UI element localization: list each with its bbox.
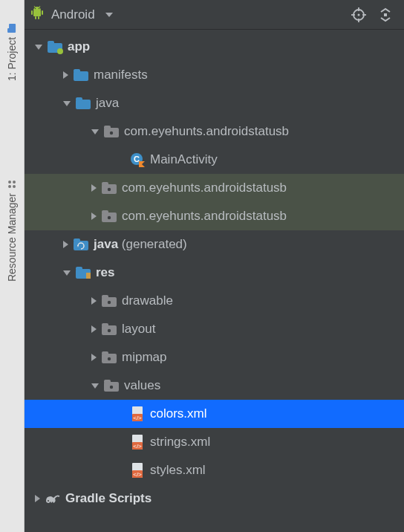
- svg-rect-9: [35, 16, 36, 19]
- project-tree[interactable]: app manifests java com.eyehunts.androids…: [25, 30, 404, 513]
- node-label: app: [68, 39, 90, 54]
- tree-node-values[interactable]: values: [25, 372, 404, 400]
- package-icon: [101, 180, 117, 196]
- folder-icon: [75, 95, 91, 111]
- tree-node-java-generated[interactable]: java (generated): [25, 230, 404, 259]
- chevron-right-icon[interactable]: [91, 354, 97, 361]
- tree-node-package-androidtest[interactable]: com.eyehunts.androidstatusb: [25, 174, 404, 202]
- svg-point-59: [110, 386, 113, 389]
- tree-node-manifests[interactable]: manifests: [25, 61, 404, 89]
- chevron-right-icon[interactable]: [91, 297, 97, 305]
- tree-node-styles-xml[interactable]: </> styles.xml: [25, 456, 404, 484]
- svg-text:</>: </>: [133, 471, 142, 478]
- xml-file-icon: </>: [129, 462, 146, 479]
- svg-rect-21: [384, 13, 387, 16]
- tree-node-drawable[interactable]: drawable: [25, 287, 404, 315]
- tree-node-mipmap[interactable]: mipmap: [25, 343, 404, 372]
- svg-rect-1: [8, 28, 10, 33]
- node-label: java (generated): [94, 237, 187, 252]
- node-label: Gradle Scripts: [65, 491, 152, 506]
- svg-line-11: [34, 6, 36, 7]
- svg-rect-30: [104, 126, 111, 129]
- node-label: colors.xml: [150, 406, 207, 421]
- chevron-down-icon[interactable]: [105, 13, 113, 17]
- svg-point-13: [35, 8, 36, 9]
- tree-node-layout[interactable]: layout: [25, 315, 404, 343]
- chevron-down-icon[interactable]: [91, 383, 99, 389]
- node-label: java: [96, 96, 119, 111]
- view-selector-label[interactable]: Android: [51, 7, 95, 22]
- svg-point-4: [13, 185, 16, 188]
- package-icon: [103, 377, 120, 394]
- svg-point-3: [9, 181, 12, 184]
- collapse-all-icon[interactable]: [377, 7, 394, 23]
- svg-rect-39: [102, 210, 108, 214]
- chevron-right-icon[interactable]: [63, 241, 68, 248]
- package-icon: [101, 321, 117, 337]
- package-icon: [101, 349, 117, 366]
- android-icon: [30, 5, 44, 24]
- svg-rect-28: [76, 97, 82, 101]
- svg-point-40: [108, 216, 111, 219]
- tab-resource-manager[interactable]: Resource Manager: [0, 141, 25, 319]
- package-icon: [103, 123, 120, 140]
- node-label: styles.xml: [150, 463, 206, 478]
- kotlin-class-icon: C: [129, 152, 146, 168]
- node-label: MainActivity: [150, 152, 218, 167]
- svg-rect-8: [42, 10, 43, 15]
- node-label: com.eyehunts.androidstatusb: [122, 181, 287, 195]
- svg-rect-47: [83, 273, 86, 279]
- chevron-down-icon[interactable]: [91, 129, 99, 134]
- svg-rect-42: [74, 239, 80, 242]
- node-label: strings.xml: [150, 435, 210, 450]
- svg-rect-6: [33, 10, 41, 16]
- tree-node-main-activity[interactable]: C MainActivity: [25, 146, 404, 174]
- module-folder-icon: [47, 39, 63, 55]
- project-header: Android: [25, 0, 404, 30]
- target-icon[interactable]: [351, 7, 367, 23]
- svg-point-14: [39, 8, 39, 9]
- package-icon: [101, 208, 117, 224]
- tree-node-colors-xml[interactable]: </> colors.xml: [25, 400, 404, 428]
- folder-icon: [73, 67, 89, 83]
- node-label: drawable: [122, 293, 173, 308]
- svg-point-37: [108, 188, 111, 191]
- chevron-down-icon[interactable]: [63, 270, 71, 276]
- tree-node-package-main[interactable]: com.eyehunts.androidstatusb: [25, 117, 404, 146]
- tool-window-tab-strip: 1: Project Resource Manager: [0, 0, 25, 532]
- package-icon: [101, 293, 117, 309]
- svg-text:</>: </>: [133, 415, 142, 421]
- chevron-right-icon[interactable]: [63, 71, 68, 79]
- chevron-right-icon[interactable]: [91, 213, 97, 220]
- tree-node-strings-xml[interactable]: </> strings.xml: [25, 428, 404, 456]
- node-label: com.eyehunts.androidstatusb: [122, 209, 287, 224]
- svg-rect-58: [104, 380, 111, 383]
- tree-node-app[interactable]: app: [25, 33, 404, 61]
- tree-node-java[interactable]: java: [25, 89, 404, 117]
- svg-point-24: [57, 48, 63, 54]
- svg-rect-23: [48, 41, 54, 45]
- chevron-down-icon[interactable]: [35, 45, 42, 50]
- node-label: manifests: [94, 68, 148, 82]
- tree-node-gradle-scripts[interactable]: Gradle Scripts: [25, 484, 404, 513]
- chevron-down-icon[interactable]: [63, 101, 71, 106]
- tree-node-package-test[interactable]: com.eyehunts.androidstatusb: [25, 202, 404, 230]
- res-folder-icon: [75, 265, 91, 281]
- svg-point-31: [110, 132, 113, 134]
- chevron-right-icon[interactable]: [91, 184, 97, 192]
- project-tool-window: Android app: [25, 0, 404, 532]
- chevron-right-icon[interactable]: [91, 325, 97, 333]
- svg-rect-26: [74, 69, 80, 73]
- resource-manager-icon: [7, 179, 18, 189]
- chevron-right-icon[interactable]: [35, 495, 40, 502]
- svg-rect-49: [102, 295, 108, 299]
- tab-project[interactable]: 1: Project: [0, 7, 25, 97]
- node-label: com.eyehunts.androidstatusb: [124, 124, 289, 139]
- svg-rect-7: [31, 10, 33, 15]
- node-label: values: [124, 378, 160, 393]
- tree-node-res[interactable]: res: [25, 259, 404, 287]
- svg-rect-10: [38, 16, 39, 19]
- svg-point-2: [9, 185, 12, 188]
- xml-file-icon: </>: [129, 406, 146, 422]
- svg-rect-0: [10, 24, 16, 33]
